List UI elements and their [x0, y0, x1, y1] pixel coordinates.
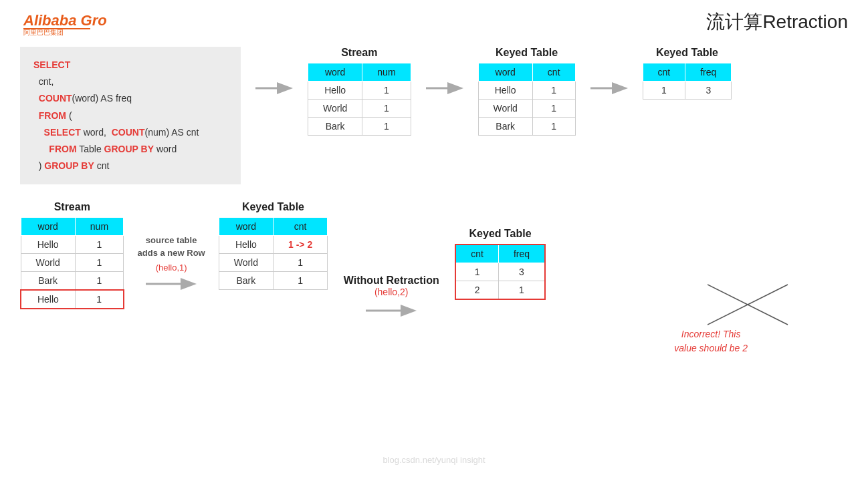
top-stream-section: Stream word num Hello1 World1 Bark1	[308, 47, 411, 136]
table-row: Hello1	[308, 82, 411, 100]
svg-line-9	[708, 285, 788, 325]
bottom-keyed-table2: cnt freq 13 21	[455, 244, 546, 300]
sql-box: SELECT cnt, COUNT(word) AS freq FROM ( S…	[20, 47, 241, 184]
top-row: SELECT cnt, COUNT(word) AS freq FROM ( S…	[13, 40, 855, 191]
svg-line-8	[708, 285, 788, 325]
svg-text:Alibaba Group: Alibaba Group	[23, 12, 107, 29]
table-row: World1	[219, 254, 328, 272]
bottom-keyed-table1: word cnt Hello1 -> 2 World1 Bark1	[219, 217, 328, 290]
table-row: Hello1	[21, 236, 124, 254]
col-num: num	[75, 218, 123, 236]
top-keyed-table2-section: Keyed Table cnt freq 13	[643, 47, 732, 100]
table-row: 13	[455, 263, 545, 281]
bottom-keyed-table1-section: Keyed Table word cnt Hello1 -> 2 World1 …	[219, 201, 328, 290]
arrow-label-sub: (hello,1)	[156, 263, 187, 273]
arrow-label-text: source tableadds a new Row	[138, 234, 205, 259]
content: SELECT cnt, COUNT(word) AS freq FROM ( S…	[0, 40, 868, 362]
table-row: 13	[643, 82, 732, 100]
col-word: word	[21, 218, 75, 236]
table-row: Bark1	[219, 272, 328, 290]
col-word: word	[219, 218, 273, 236]
table-row-new: Hello1	[21, 290, 124, 309]
table-row: Bark1	[478, 118, 575, 136]
top-arrow-3	[589, 47, 629, 96]
table-row: World1	[308, 100, 411, 118]
header: Alibaba Group 阿里巴巴集团 流计算Retraction	[0, 0, 868, 40]
col-word: word	[308, 63, 362, 82]
top-arrow-1	[254, 47, 294, 96]
col-cnt: cnt	[455, 245, 498, 263]
bottom-arrow-label: source tableadds a new Row (hello,1)	[138, 201, 205, 291]
bottom-stream-section: Stream word num Hello1 World1 Bark1 Hell…	[20, 201, 124, 309]
top-keyed-table2-label: Keyed Table	[656, 47, 718, 59]
top-keyed-table2: cnt freq 13	[643, 63, 732, 100]
incorrect-note: Incorrect! Thisvalue should be 2	[674, 327, 748, 355]
bottom-keyed-table1-label: Keyed Table	[242, 201, 304, 213]
col-cnt: cnt	[532, 63, 575, 82]
bottom-stream-label: Stream	[54, 201, 90, 213]
col-freq: freq	[685, 63, 732, 82]
top-keyed-table1-section: Keyed Table word cnt Hello1 World1 Bark1	[478, 47, 576, 136]
alibaba-logo: Alibaba Group 阿里巴巴集团	[20, 7, 107, 37]
top-keyed-table1: word cnt Hello1 World1 Bark1	[478, 63, 576, 136]
bottom-arrow-2-icon	[364, 303, 418, 319]
bottom-arrow-1-icon	[144, 276, 198, 292]
bottom-stream-table: word num Hello1 World1 Bark1 Hello1	[20, 217, 124, 309]
table-row: Bark1	[308, 118, 411, 136]
arrow-icon	[254, 80, 294, 96]
top-stream-label: Stream	[341, 47, 377, 59]
col-freq: freq	[498, 245, 545, 263]
table-row: World1	[21, 254, 124, 272]
col-cnt: cnt	[274, 218, 328, 236]
table-row: World1	[478, 100, 575, 118]
table-row: Hello1 -> 2	[219, 236, 328, 254]
table-row: 21	[455, 281, 545, 300]
without-retraction-sub: (hello,2)	[374, 287, 409, 297]
arrow-icon	[589, 80, 629, 96]
page-title: 流计算Retraction	[706, 9, 848, 35]
table-row: Hello1	[478, 82, 575, 100]
col-cnt: cnt	[643, 63, 685, 82]
top-keyed-table1-label: Keyed Table	[496, 47, 558, 59]
col-word: word	[478, 63, 532, 82]
top-stream-table: word num Hello1 World1 Bark1	[308, 63, 411, 136]
svg-text:阿里巴巴集团: 阿里巴巴集团	[23, 29, 64, 36]
bottom-row: Stream word num Hello1 World1 Bark1 Hell…	[13, 191, 855, 322]
bottom-keyed-table2-section: Keyed Table cnt freq 13 21	[455, 228, 546, 300]
table-row: Bark1	[21, 272, 124, 291]
arrow-icon	[425, 80, 465, 96]
watermark: blog.csdn.net/yunqi insight	[383, 455, 485, 465]
top-arrow-2	[425, 47, 465, 96]
without-retraction-label: Without Retraction	[341, 228, 441, 287]
col-num: num	[362, 63, 411, 82]
logo-area: Alibaba Group 阿里巴巴集团	[20, 7, 107, 37]
bottom-keyed-table2-label: Keyed Table	[469, 228, 532, 240]
